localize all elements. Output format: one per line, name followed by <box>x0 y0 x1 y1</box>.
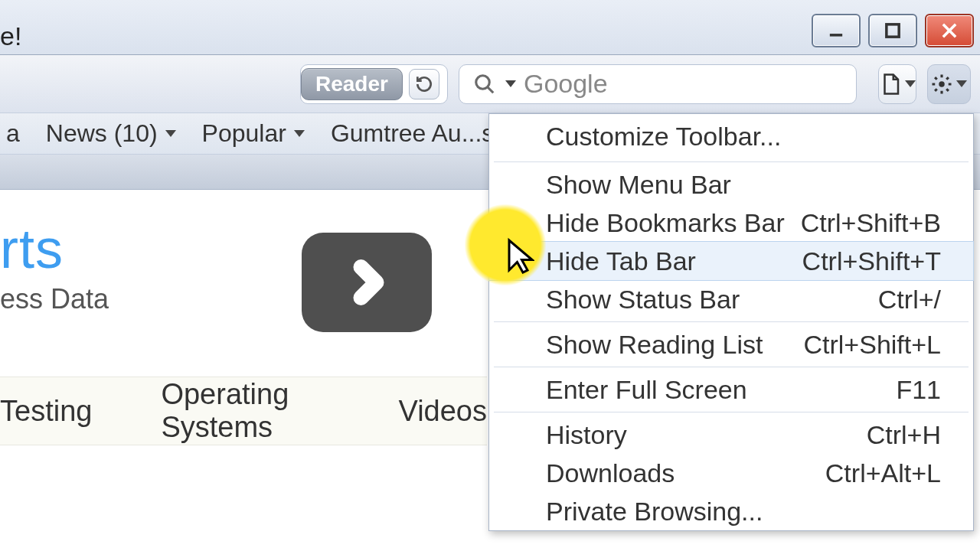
bookmark-item[interactable]: News (10) <box>46 119 176 148</box>
menu-item-label: Downloads <box>546 458 675 488</box>
bookmark-item[interactable]: a <box>6 119 20 148</box>
settings-gear-button[interactable] <box>927 64 971 104</box>
menu-item-label: History <box>546 420 627 450</box>
menu-item-shortcut: Ctrl+/ <box>878 285 941 315</box>
maximize-button[interactable] <box>868 14 917 47</box>
close-button[interactable] <box>925 14 974 47</box>
tab-title: e! <box>0 21 21 51</box>
menu-item-shortcut: F11 <box>896 375 941 405</box>
chevron-down-icon <box>294 130 305 137</box>
menu-item-hide-tab-bar[interactable]: Hide Tab Bar Ctrl+Shift+T <box>489 242 973 280</box>
address-bar-tail[interactable]: Reader <box>300 64 448 104</box>
menu-item-show-status-bar[interactable]: Show Status Bar Ctrl+/ <box>489 280 973 318</box>
menu-separator <box>494 321 969 322</box>
chevron-down-icon <box>905 80 916 87</box>
menu-item-enter-full-screen[interactable]: Enter Full Screen F11 <box>489 370 973 409</box>
settings-menu: Customize Toolbar... Show Menu Bar Hide … <box>488 113 974 531</box>
menu-item-shortcut: Ctrl+Alt+L <box>825 458 941 488</box>
menu-item-shortcut: Ctrl+Shift+L <box>803 330 941 360</box>
menu-item-private-browsing[interactable]: Private Browsing... <box>489 492 973 530</box>
menu-item-shortcut: Ctrl+H <box>867 420 941 450</box>
page-nav: Testing Operating Systems Videos <box>0 377 487 445</box>
menu-item-label: Hide Tab Bar <box>546 246 696 276</box>
chevron-down-icon <box>165 130 176 137</box>
menu-item-shortcut: Ctrl+Shift+B <box>801 208 941 238</box>
page-content: rts ess Data Testing Operating Systems V… <box>0 190 487 551</box>
nav-item[interactable]: Videos <box>398 395 487 428</box>
chevron-down-icon <box>956 80 967 87</box>
menu-item-label: Private Browsing... <box>546 497 763 527</box>
reload-button[interactable] <box>409 69 439 99</box>
menu-separator <box>494 367 969 367</box>
menu-item-label: Show Reading List <box>546 330 763 360</box>
bookmark-item[interactable]: Popular <box>202 119 305 148</box>
search-engine-dropdown-icon[interactable] <box>505 80 516 87</box>
menu-item-history[interactable]: History Ctrl+H <box>489 416 973 454</box>
svg-line-5 <box>488 86 494 93</box>
search-input[interactable]: Google <box>459 64 857 104</box>
menu-item-shortcut: Ctrl+Shift+T <box>802 246 941 276</box>
svg-point-6 <box>939 81 946 87</box>
menu-item-hide-bookmarks-bar[interactable]: Hide Bookmarks Bar Ctrl+Shift+B <box>489 204 973 242</box>
bookmark-label: Popular <box>202 119 286 148</box>
search-placeholder: Google <box>524 69 608 99</box>
reader-button[interactable]: Reader <box>301 68 403 100</box>
menu-item-label: Hide Bookmarks Bar <box>546 208 785 238</box>
nav-item[interactable]: Operating Systems <box>161 378 329 444</box>
bookmark-label: a <box>6 119 20 148</box>
nav-item[interactable]: Testing <box>0 395 92 428</box>
window-titlebar: e! <box>0 0 980 55</box>
next-arrow-button[interactable] <box>302 233 432 332</box>
menu-item-customize-toolbar[interactable]: Customize Toolbar... <box>489 114 973 158</box>
menu-item-label: Show Status Bar <box>546 285 740 315</box>
menu-item-show-menu-bar[interactable]: Show Menu Bar <box>489 165 973 204</box>
cursor-icon <box>507 237 534 279</box>
menu-separator <box>494 412 969 412</box>
menu-item-label: Customize Toolbar... <box>546 122 781 152</box>
menu-item-label: Show Menu Bar <box>546 170 731 200</box>
new-page-button[interactable] <box>878 64 916 104</box>
window-controls <box>812 14 974 47</box>
svg-point-4 <box>476 75 490 89</box>
menu-item-show-reading-list[interactable]: Show Reading List Ctrl+Shift+L <box>489 325 973 364</box>
menu-item-label: Enter Full Screen <box>546 375 747 405</box>
menu-item-downloads[interactable]: Downloads Ctrl+Alt+L <box>489 454 973 492</box>
toolbar: Reader Google <box>0 55 980 113</box>
svg-rect-1 <box>887 24 899 37</box>
menu-separator <box>494 161 969 162</box>
minimize-button[interactable] <box>812 14 861 47</box>
search-icon <box>472 71 498 97</box>
bookmark-label: News (10) <box>46 119 158 148</box>
